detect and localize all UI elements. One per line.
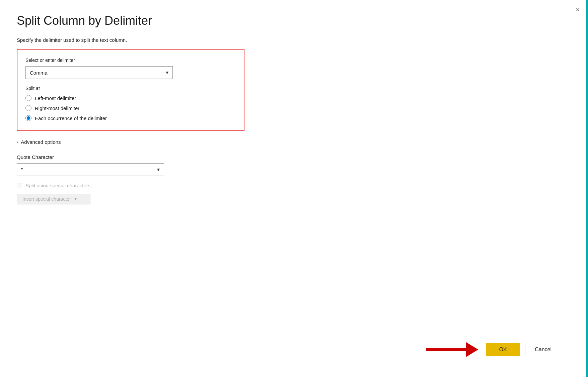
- bottom-actions: OK Cancel: [426, 342, 561, 357]
- radio-left-most-label: Left-most delimiter: [35, 95, 76, 101]
- quote-character-select[interactable]: " ' None: [17, 163, 164, 176]
- insert-btn-arrow-icon: ▼: [74, 197, 78, 201]
- arrow-shaft: [426, 348, 466, 351]
- special-chars-checkbox[interactable]: [17, 183, 22, 188]
- radio-each-occurrence-input[interactable]: [25, 115, 31, 121]
- advanced-options-toggle[interactable]: › Advanced options: [17, 139, 238, 145]
- split-at-radio-group: Left-most delimiter Right-most delimiter…: [25, 95, 236, 121]
- ok-button[interactable]: OK: [486, 343, 520, 356]
- quote-character-select-wrapper: " ' None ▼: [17, 163, 164, 176]
- radio-each-occurrence[interactable]: Each occurrence of the delimiter: [25, 115, 236, 121]
- delimiter-select[interactable]: Comma Tab Colon Semicolon Space Custom: [25, 66, 173, 79]
- delimiter-label: Select or enter delimiter: [25, 58, 236, 63]
- dialog-subtitle: Specify the delimiter used to split the …: [17, 37, 238, 43]
- dialog-content: Split Column by Delimiter Specify the de…: [0, 0, 254, 218]
- radio-right-most[interactable]: Right-most delimiter: [25, 105, 236, 111]
- special-chars-label: Split using special characters: [25, 183, 90, 188]
- insert-special-char-button[interactable]: Insert special character ▼: [17, 194, 90, 204]
- radio-left-most-input[interactable]: [25, 95, 31, 101]
- delimiter-select-wrapper: Comma Tab Colon Semicolon Space Custom ▼: [25, 66, 173, 79]
- quote-character-section: Quote Character " ' None ▼: [17, 154, 238, 176]
- insert-special-char-label: Insert special character: [22, 196, 71, 202]
- teal-sidebar-bar: [586, 0, 588, 377]
- chevron-right-icon: ›: [17, 139, 18, 145]
- advanced-options-label: Advanced options: [21, 139, 61, 145]
- radio-right-most-input[interactable]: [25, 105, 31, 111]
- radio-left-most[interactable]: Left-most delimiter: [25, 95, 236, 101]
- delimiter-section: Select or enter delimiter Comma Tab Colo…: [17, 49, 244, 131]
- cancel-button[interactable]: Cancel: [525, 343, 561, 356]
- close-button[interactable]: ×: [576, 6, 580, 13]
- arrow-head: [466, 342, 478, 357]
- special-chars-row: Split using special characters: [17, 183, 238, 188]
- split-at-label: Split at: [25, 86, 236, 91]
- quote-character-label: Quote Character: [17, 154, 238, 160]
- ok-arrow: [426, 342, 478, 357]
- radio-right-most-label: Right-most delimiter: [35, 105, 79, 111]
- radio-each-occurrence-label: Each occurrence of the delimiter: [35, 115, 107, 121]
- dialog-title: Split Column by Delimiter: [17, 13, 238, 28]
